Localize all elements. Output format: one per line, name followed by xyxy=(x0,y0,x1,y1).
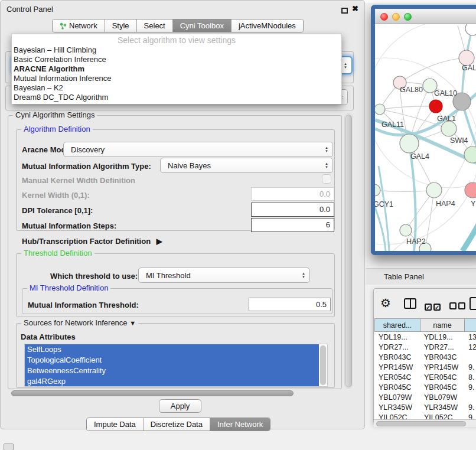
tab-discretize-data[interactable]: Discretize Data xyxy=(144,418,210,431)
split-columns-icon[interactable] xyxy=(404,298,416,309)
table-row[interactable]: YDR27...YDR27...12 xyxy=(374,342,476,352)
data-attributes-list: SelfLoops TopologicalCoefficient Between… xyxy=(24,344,328,387)
document-icon[interactable] xyxy=(470,297,476,310)
menu-item-mutual-information[interactable]: Mutual Information Inference xyxy=(12,74,341,83)
menu-item-dream8[interactable]: Dream8 DC_TDC Algorithm xyxy=(12,93,341,102)
node-label: GAL80 xyxy=(400,86,423,94)
deselect-all-columns-icon[interactable] xyxy=(449,301,467,312)
node-hap2[interactable] xyxy=(400,224,412,236)
menu-item-basic-correlation[interactable]: Basic Correlation Inference xyxy=(12,55,341,64)
kernel-width-label: Kernel Width (0,1): xyxy=(22,191,90,200)
dpi-tolerance-field[interactable]: 0.0 xyxy=(251,203,334,217)
table-row[interactable]: YPR145WYPR145W9. xyxy=(374,362,476,372)
table-panel-window: ⚙ ✓✓ shared... name A YDL19...YDL19...13… xyxy=(373,288,476,424)
dropdown-placeholder: Select algorithm to view settings xyxy=(12,34,341,45)
aracne-mode-combobox[interactable]: Discovery▲▼ xyxy=(63,142,333,157)
tab-jactivemnodules[interactable]: jActiveMNodules xyxy=(232,19,303,32)
node-gcy1[interactable] xyxy=(375,184,380,196)
apply-button[interactable]: Apply xyxy=(159,399,201,413)
zoom-traffic-light-icon[interactable] xyxy=(404,13,412,21)
menu-item-aracne[interactable]: ARACNE Algorithm xyxy=(12,64,341,74)
table-row[interactable]: YIL052CYIL052C9. xyxy=(374,412,476,419)
kernel-width-field[interactable]: 0.0 xyxy=(251,187,334,201)
table-row[interactable]: YBR043CYBR043C xyxy=(374,352,476,362)
minimize-traffic-light-icon[interactable] xyxy=(392,13,400,21)
node-unlabeled[interactable] xyxy=(465,24,476,35)
node-label: GAL4 xyxy=(410,152,429,161)
close-traffic-light-icon[interactable] xyxy=(380,13,388,21)
mi-threshold-title: MI Threshold Definition xyxy=(27,284,110,292)
tab-select[interactable]: Select xyxy=(137,19,173,32)
mi-steps-label: Mutual Information Steps: xyxy=(22,221,116,230)
tab-infer-network[interactable]: Infer Network xyxy=(210,418,270,431)
algorithm-dropdown-popup: Select algorithm to view settings Bayesi… xyxy=(11,34,342,105)
list-item-gal4rgexp[interactable]: gal4RGexp xyxy=(25,376,319,387)
mi-steps-field[interactable]: 6 xyxy=(251,218,334,232)
settings-horizontal-scrollbar[interactable] xyxy=(10,390,342,397)
settings-vertical-scrollbar[interactable] xyxy=(344,113,353,389)
collapse-down-icon: ▼ xyxy=(129,319,136,327)
mi-algorithm-type-combobox[interactable]: Naive Bayes▲▼ xyxy=(160,158,333,173)
node-label: GCY1 xyxy=(375,200,393,208)
gear-icon[interactable]: ⚙ xyxy=(380,296,391,310)
bottom-tabbar: Impute Data Discretize Data Infer Networ… xyxy=(86,418,270,431)
tab-cyni-toolbox[interactable]: Cyni Toolbox xyxy=(173,19,232,32)
node-swi4[interactable] xyxy=(464,146,476,163)
stepper-icon: ▲▼ xyxy=(302,268,305,282)
network-canvas[interactable]: GAL GAL80 GAL10 GAL1 GAL11 SWI4 GAL4 GCY… xyxy=(375,24,476,251)
mi-threshold-field[interactable]: 0.5 xyxy=(249,298,331,311)
scrollbar-thumb[interactable] xyxy=(345,115,352,387)
node-red-selected[interactable] xyxy=(429,100,442,113)
scrollbar-thumb[interactable] xyxy=(11,390,294,396)
select-all-columns-icon[interactable]: ✓✓ xyxy=(425,301,442,312)
node-label: GAL10 xyxy=(434,89,457,97)
node-gal1[interactable] xyxy=(441,121,457,136)
manual-kernel-checkbox[interactable] xyxy=(322,174,331,184)
float-window-icon[interactable] xyxy=(341,8,348,14)
dpi-tolerance-label: DPI Tolerance [0,1]: xyxy=(22,206,93,215)
list-item-betweennesscentrality[interactable]: BetweennessCentrality xyxy=(25,366,319,376)
control-panel-tabbar: Network Style Select Cyni Toolbox jActiv… xyxy=(52,19,304,32)
node-salmon[interactable] xyxy=(465,182,476,198)
stepper-icon: ▲▼ xyxy=(325,142,328,156)
which-threshold-combobox[interactable]: MI Threshold▲▼ xyxy=(138,268,310,283)
menu-item-bayesian-hill-climbing[interactable]: Bayesian – Hill Climbing xyxy=(12,45,341,55)
column-header-shared-name[interactable]: shared... xyxy=(375,319,420,332)
scrollbar-thumb[interactable] xyxy=(376,421,466,426)
network-graph-icon xyxy=(60,22,67,31)
table-row[interactable]: YLR345WYLR345W9. xyxy=(374,402,476,412)
node-label: HAP4 xyxy=(436,200,455,208)
node-gal11[interactable] xyxy=(375,104,385,115)
mi-algorithm-type-label: Mutual Information Algorithm Type: xyxy=(22,162,151,171)
table-panel-title: Table Panel xyxy=(384,272,424,281)
stepper-icon: ▲▼ xyxy=(325,158,328,172)
collapsed-panel-icon[interactable] xyxy=(4,444,14,450)
network-window-titlebar[interactable] xyxy=(375,9,476,24)
sources-group-title[interactable]: Sources for Network Inference ▼ xyxy=(21,319,138,327)
node-label: GAL1 xyxy=(437,115,456,123)
table-horizontal-scrollbar[interactable] xyxy=(374,419,476,427)
mi-threshold-label: Mutual Information Threshold: xyxy=(28,301,139,309)
scrollbar-thumb[interactable] xyxy=(320,345,326,385)
tab-style[interactable]: Style xyxy=(105,19,137,32)
table-row[interactable]: YER054CYER054C8. xyxy=(374,372,476,382)
node-hap4[interactable] xyxy=(426,182,442,198)
column-header-partial[interactable]: A xyxy=(465,319,476,332)
close-icon[interactable]: ✖ xyxy=(352,4,358,13)
table-row[interactable]: YBR045CYBR045C9. xyxy=(374,382,476,392)
expand-right-icon: ▶ xyxy=(157,237,162,246)
tab-impute-data[interactable]: Impute Data xyxy=(87,418,144,431)
network-view-window[interactable]: GAL GAL80 GAL10 GAL1 GAL11 SWI4 GAL4 GCY… xyxy=(371,5,476,255)
list-item-topologicalcoefficient[interactable]: TopologicalCoefficient xyxy=(25,355,319,366)
list-vertical-scrollbar[interactable] xyxy=(319,345,327,386)
table-row[interactable]: YBL079WYBL079W xyxy=(374,392,476,402)
column-header-name[interactable]: name xyxy=(420,319,465,332)
table-row[interactable]: YDL19...YDL19...13 xyxy=(374,332,476,342)
hub-definition-toggle[interactable]: Hub/Transcription Factor Definition ▶ xyxy=(22,237,162,246)
menu-item-bayesian-k2[interactable]: Bayesian – K2 xyxy=(12,83,341,93)
network-graph: GAL GAL80 GAL10 GAL1 GAL11 SWI4 GAL4 GCY… xyxy=(375,24,476,251)
tab-network[interactable]: Network xyxy=(53,19,105,32)
list-item-selfloops[interactable]: SelfLoops xyxy=(25,344,319,355)
node-label: HAP2 xyxy=(406,237,426,246)
node-gal4[interactable] xyxy=(400,134,419,153)
